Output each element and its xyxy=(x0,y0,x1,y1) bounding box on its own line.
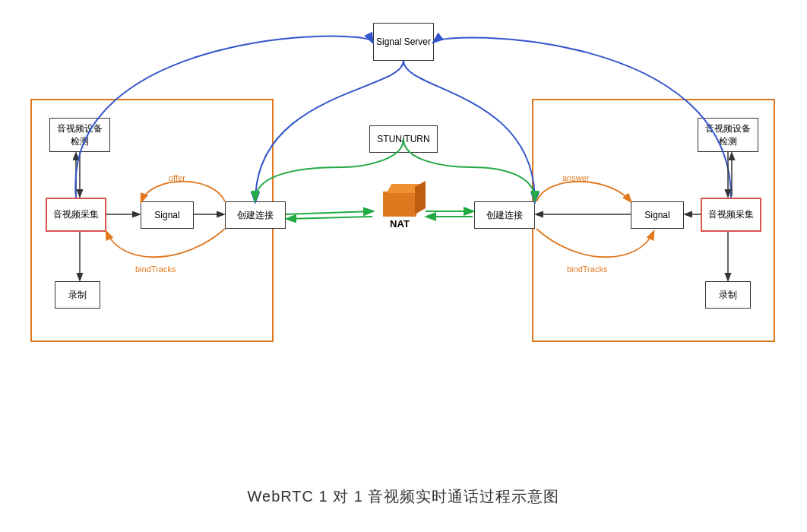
right-signal-label: Signal xyxy=(644,209,669,222)
right-av-capture-label: 音视频采集 xyxy=(708,208,754,221)
left-av-device-label: 音视频设备检测 xyxy=(57,122,103,148)
right-av-device-box: 音视频设备检测 xyxy=(698,118,758,152)
left-record-label: 录制 xyxy=(68,289,87,302)
signal-server-box: Signal Server xyxy=(373,23,434,61)
green-connect-to-nat-left xyxy=(286,211,372,214)
nat-box: NAT xyxy=(374,192,426,230)
right-signal-box: Signal xyxy=(631,201,684,229)
signal-server-label: Signal Server xyxy=(376,36,431,49)
right-av-device-label: 音视频设备检测 xyxy=(705,122,751,148)
left-av-device-box: 音视频设备检测 xyxy=(49,118,110,152)
right-av-capture-box: 音视频采集 xyxy=(701,198,761,232)
right-connect-box: 创建连接 xyxy=(474,201,535,229)
left-connect-box: 创建连接 xyxy=(225,201,286,229)
left-signal-label: Signal xyxy=(154,209,179,222)
diagram: Signal Server STUN/TURN NAT 音视频设备检测 音视频采… xyxy=(0,8,807,479)
left-connect-label: 创建连接 xyxy=(237,209,274,222)
right-connect-label: 创建连接 xyxy=(486,209,523,222)
right-record-label: 录制 xyxy=(719,289,737,302)
left-signal-box: Signal xyxy=(141,201,194,229)
diagram-caption: WebRTC 1 对 1 音视频实时通话过程示意图 xyxy=(248,486,560,507)
stun-turn-box: STUN/TURN xyxy=(369,125,438,153)
left-av-capture-box: 音视频采集 xyxy=(46,198,106,232)
nat-label: NAT xyxy=(390,218,410,230)
right-record-box: 录制 xyxy=(705,281,751,309)
nat-cube-icon xyxy=(383,192,416,217)
green-nat-to-connect-left xyxy=(287,217,372,219)
left-av-capture-label: 音视频采集 xyxy=(53,208,99,221)
left-record-box: 录制 xyxy=(55,281,100,309)
stun-turn-label: STUN/TURN xyxy=(377,133,429,146)
